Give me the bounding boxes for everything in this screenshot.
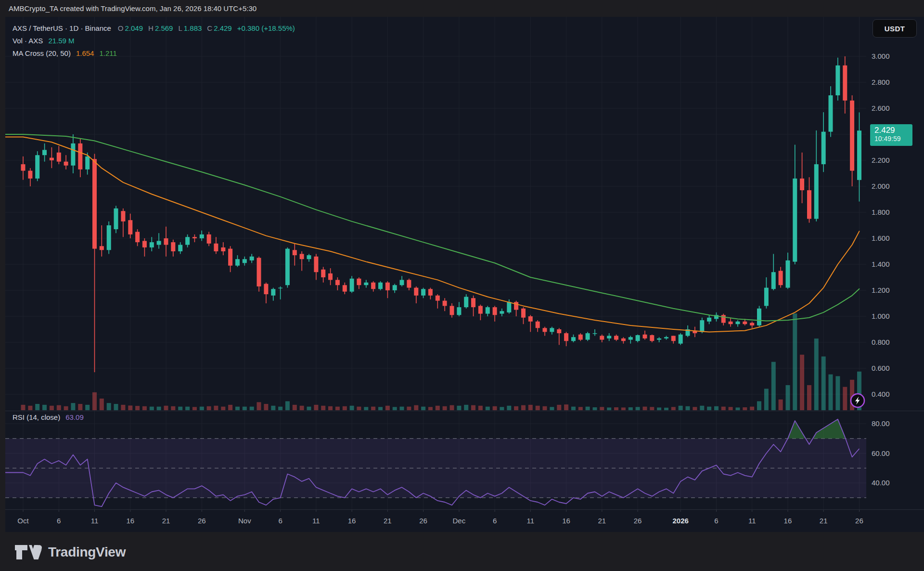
tradingview-wordmark: TradingView (48, 545, 126, 560)
candlestick-chart[interactable] (5, 17, 924, 532)
lightning-bolt-icon (850, 393, 865, 408)
rsi-legend-row[interactable]: RSI (14, close) 63.09 (13, 413, 84, 421)
ma-cross-row[interactable]: MA Cross (20, 50) 1.654 1.211 (13, 47, 295, 59)
change-value: +0.380 (+18.55%) (237, 24, 295, 32)
close-label: C (207, 24, 212, 32)
currency-toggle-button[interactable]: USDT (873, 19, 917, 38)
attribution-bar: AMBCrypto_TA created with TradingView.co… (0, 0, 924, 17)
symbol-title[interactable]: AXS / TetherUS · 1D · Binance (13, 24, 111, 32)
low-label: L (178, 24, 182, 32)
quick-trade-icon[interactable] (850, 393, 865, 408)
last-price-value: 2.429 (874, 126, 912, 135)
chart-panel[interactable]: 3.0002.8002.6002.2002.0001.8001.6001.400… (5, 17, 924, 532)
open-label: O (118, 24, 124, 32)
high-label: H (148, 24, 154, 32)
low-value: 1.883 (184, 24, 202, 32)
tradingview-logo[interactable]: TradingView (14, 544, 126, 561)
close-value: 2.429 (214, 24, 232, 32)
rsi-value: 63.09 (65, 413, 84, 421)
ma-cross-label: MA Cross (20, 50) (13, 49, 71, 57)
legend: AXS / TetherUS · 1D · Binance O2.049 H2.… (13, 22, 295, 59)
volume-row[interactable]: Vol · AXS 21.59 M (13, 34, 295, 47)
open-value: 2.049 (125, 24, 143, 32)
bar-countdown: 10:49:59 (874, 135, 912, 143)
volume-value: 21.59 M (48, 37, 74, 45)
attribution-text: AMBCrypto_TA created with TradingView.co… (9, 4, 257, 13)
ma-slow-value: 1.211 (99, 49, 116, 57)
tradingview-glyph-icon (14, 544, 42, 561)
footer: TradingView (0, 532, 924, 571)
ma-fast-value: 1.654 (76, 49, 94, 57)
symbol-row[interactable]: AXS / TetherUS · 1D · Binance O2.049 H2.… (13, 22, 295, 34)
volume-label: Vol · AXS (13, 37, 43, 45)
screen: AMBCrypto_TA created with TradingView.co… (0, 0, 924, 571)
high-value: 2.569 (155, 24, 173, 32)
rsi-label: RSI (14, close) (13, 413, 60, 421)
last-price-tag: 2.429 10:49:59 (870, 124, 912, 146)
